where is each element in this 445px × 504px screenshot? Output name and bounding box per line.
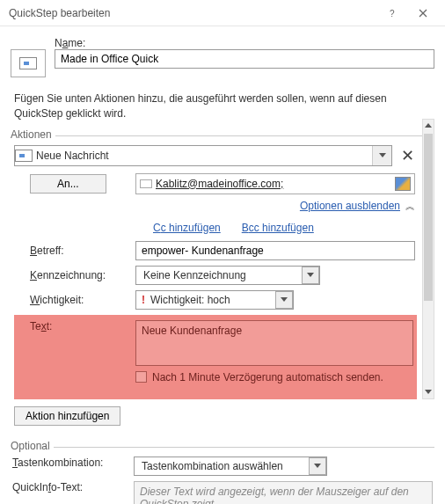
title-bar: QuickStep bearbeiten ? [0,0,445,26]
flag-select[interactable]: Keine Kennzeichnung [135,266,320,285]
highlighted-region: Text: Neue Kundenanfrage Nach 1 Minute V… [14,315,417,399]
intro-text: Fügen Sie unten Aktionen hinzu, die ausg… [14,91,434,121]
action-type-select[interactable]: Neue Nachricht [14,145,392,166]
dropdown-caret[interactable] [372,146,391,165]
actions-group: Aktionen Neue Nachricht ✕ An... [11,135,434,438]
vertical-scrollbar[interactable] [422,119,434,399]
add-cc-link[interactable]: Cc hinzufügen [153,222,221,234]
help-button[interactable]: ? [378,1,408,26]
high-importance-icon: ! [136,294,150,306]
flag-label: Kennzeichnung: [30,269,128,281]
to-button[interactable]: An... [30,174,106,194]
shortcut-label: Tastenkombination: [12,457,127,476]
body-text-input[interactable]: Neue Kundenanfrage [135,320,413,366]
chevron-up-double-icon: ︽ [405,200,415,213]
text-label: Text: [30,320,128,332]
flag-value: Keine Kennzeichnung [136,269,302,281]
importance-value: Wichtigkeit: hoch [150,294,275,306]
recipient-chip[interactable]: Kablitz@madeinoffice.com; [156,178,283,190]
delay-send-checkbox[interactable] [135,371,147,383]
window-title: QuickStep bearbeiten [9,7,378,19]
action-type-value: Neue Nachricht [33,150,372,162]
tooltip-label: QuickInfo-Text: [12,481,127,504]
dropdown-caret[interactable] [275,291,293,309]
close-button[interactable] [408,1,438,26]
shortcut-select[interactable]: Tastenkombination auswählen [134,457,327,476]
actions-legend: Aktionen [11,128,55,141]
toggle-options-link[interactable]: Optionen ausblenden [300,200,400,212]
optional-legend: Optional [11,440,54,452]
remove-action-button[interactable]: ✕ [398,146,417,165]
dropdown-caret[interactable] [302,267,319,284]
add-bcc-link[interactable]: Bcc hinzufügen [242,222,314,234]
scroll-up-arrow[interactable] [423,120,434,132]
tooltip-text-input[interactable]: Dieser Text wird angezeigt, wenn der Mau… [134,481,433,504]
optional-group: Optional Tastenkombination: Tastenkombin… [11,447,434,504]
add-action-button[interactable]: Aktion hinzufügen [14,406,120,426]
subject-input[interactable] [135,241,415,260]
name-label: Name: [55,37,434,49]
dropdown-caret[interactable] [309,457,326,475]
chevron-down-icon [314,464,321,468]
chevron-down-icon [379,153,386,157]
scroll-thumb[interactable] [424,134,433,301]
name-input[interactable] [55,49,434,69]
recipients-input[interactable]: Kablitz@madeinoffice.com; [135,173,415,194]
address-book-icon[interactable] [395,177,411,191]
chevron-down-icon [307,273,314,277]
contact-card-icon [140,179,152,188]
quickstep-icon-button[interactable] [11,49,46,77]
chevron-down-icon [281,297,288,302]
subject-label: Betreff: [30,245,128,257]
importance-select[interactable]: ! Wichtigkeit: hoch [135,290,294,310]
envelope-icon [15,150,33,162]
importance-label: Wichtigkeit: [30,294,128,306]
shortcut-value: Tastenkombination auswählen [135,460,309,472]
svg-text:?: ? [390,9,395,18]
delay-send-label: Nach 1 Minute Verzögerung automatisch se… [152,371,383,383]
scroll-down-arrow[interactable] [423,386,434,398]
envelope-icon [19,57,37,69]
